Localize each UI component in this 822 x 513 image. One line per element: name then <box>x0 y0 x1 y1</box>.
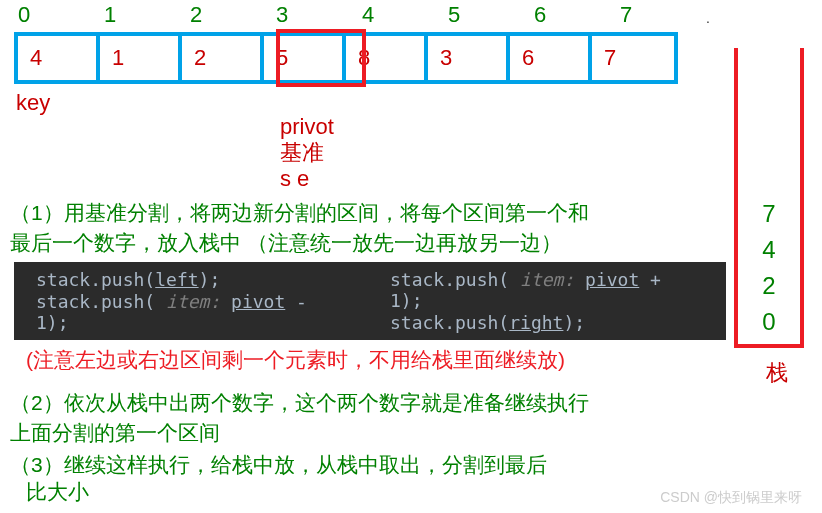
stack-item-2: 2 <box>762 272 775 300</box>
index-5: 5 <box>448 2 534 28</box>
pivot-label-2: 基准 <box>280 140 334 166</box>
step-2-line-2: 上面分割的第一个区间 <box>10 418 710 448</box>
array-cell-6: 6 <box>510 36 592 80</box>
index-4: 4 <box>362 2 448 28</box>
step-3-text: （3）继续这样执行，给栈中放，从栈中取出，分割到最后 <box>10 450 547 480</box>
array-cell-4: 8 <box>346 36 428 80</box>
watermark: CSDN @快到锅里来呀 <box>660 489 802 507</box>
step-1-text: （1）用基准分割，将两边新分割的区间，将每个区间第一个和 最后一个数字，放入栈中… <box>10 198 710 258</box>
code-line-1: stack.push(left); <box>36 269 350 290</box>
index-row: 0 1 2 3 4 5 6 7 . <box>18 2 710 28</box>
pivot-labels: privot 基准 s e <box>280 114 334 192</box>
step-1-line-1: （1）用基准分割，将两边新分割的区间，将每个区间第一个和 <box>10 198 710 228</box>
code-block: stack.push(left); stack.push( item: pivo… <box>14 262 726 340</box>
index-dot: . <box>706 10 710 28</box>
note-red: (注意左边或右边区间剩一个元素时，不用给栈里面继续放) <box>26 346 565 374</box>
array-cell-1: 1 <box>100 36 182 80</box>
stack-label: 栈 <box>766 358 788 388</box>
index-3: 3 <box>276 2 362 28</box>
array-cell-3: 5 <box>264 36 346 80</box>
key-label: key <box>16 90 50 116</box>
step-1-line-2: 最后一个数字，放入栈中 （注意统一放先一边再放另一边） <box>10 228 710 258</box>
array-cell-7: 7 <box>592 36 674 80</box>
step-2-text: （2）依次从栈中出两个数字，这个两个数字就是准备继续执行 上面分割的第一个区间 <box>10 388 710 448</box>
step-2-line-1: （2）依次从栈中出两个数字，这个两个数字就是准备继续执行 <box>10 388 710 418</box>
code-line-4: stack.push(right); <box>390 312 704 333</box>
array-cell-5: 3 <box>428 36 510 80</box>
index-7: 7 <box>620 2 706 28</box>
index-6: 6 <box>534 2 620 28</box>
array-cell-0: 4 <box>18 36 100 80</box>
code-col-left: stack.push(left); stack.push( item: pivo… <box>36 268 350 334</box>
index-0: 0 <box>18 2 104 28</box>
code-col-right: stack.push( item: pivot + 1); stack.push… <box>390 268 704 334</box>
pivot-label-3: s e <box>280 166 334 192</box>
stack-item-3: 0 <box>762 308 775 336</box>
code-line-2: stack.push( item: pivot - 1); <box>36 291 350 333</box>
index-1: 1 <box>104 2 190 28</box>
code-line-3: stack.push( item: pivot + 1); <box>390 269 704 311</box>
stack-box: 7 4 2 0 <box>734 48 804 348</box>
pivot-label-1: privot <box>280 114 334 140</box>
index-2: 2 <box>190 2 276 28</box>
stack-item-1: 4 <box>762 236 775 264</box>
array-row: 4 1 2 5 8 3 6 7 <box>14 32 678 84</box>
stack-item-0: 7 <box>762 200 775 228</box>
array-cell-2: 2 <box>182 36 264 80</box>
compare-text: 比大小 <box>26 478 89 506</box>
